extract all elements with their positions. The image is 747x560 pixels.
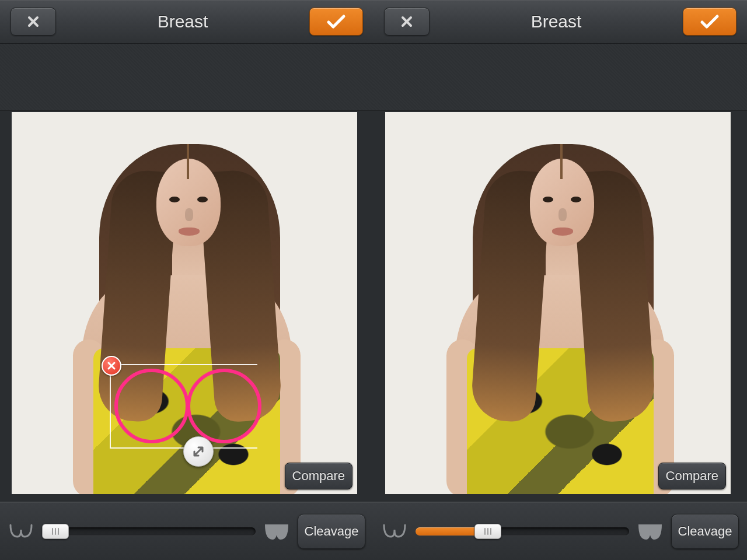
portrait-lips [552, 228, 573, 236]
portrait-nose [185, 208, 193, 221]
canvas-area: Compare [0, 111, 374, 502]
cleavage-button[interactable]: Cleavage [298, 514, 365, 549]
selection-delete-button[interactable] [102, 356, 121, 376]
compare-button[interactable]: Compare [285, 463, 352, 489]
portrait-eye [197, 197, 208, 202]
enhancement-slider[interactable] [416, 525, 629, 538]
image-canvas[interactable]: Compare [12, 112, 357, 494]
resize-diagonal-icon [191, 444, 206, 459]
slider-track [42, 527, 256, 536]
slider-thumb[interactable] [474, 524, 501, 539]
spacer-strip [374, 44, 747, 111]
page-title: Breast [531, 12, 582, 32]
bottom-bar: Cleavage [0, 502, 374, 560]
portrait-lips [179, 228, 200, 236]
confirm-button[interactable] [309, 8, 363, 36]
editor-pane-left: Breast [0, 0, 374, 560]
check-icon [700, 13, 720, 30]
bra-small-icon [8, 522, 34, 541]
selection-circle-right[interactable] [187, 369, 261, 443]
close-icon [107, 361, 116, 370]
selection-circle-left[interactable] [114, 369, 189, 443]
page-title: Breast [158, 12, 208, 32]
slider-thumb[interactable] [42, 524, 69, 539]
portrait-eye [169, 197, 180, 202]
portrait-nose [558, 208, 567, 221]
portrait-eye [571, 197, 581, 202]
check-icon [326, 13, 346, 30]
cleavage-button[interactable]: Cleavage [671, 514, 739, 549]
portrait-hair [560, 144, 563, 179]
top-bar: Breast [374, 0, 747, 44]
canvas-area: Compare [374, 111, 747, 502]
close-icon [26, 15, 40, 29]
cancel-button[interactable] [11, 8, 56, 36]
image-canvas[interactable]: Compare [385, 112, 731, 494]
spacer-strip [0, 44, 374, 111]
cancel-button[interactable] [384, 8, 430, 36]
selection-resize-handle[interactable] [183, 436, 214, 467]
enhancement-slider[interactable] [42, 525, 256, 538]
compare-button[interactable]: Compare [658, 463, 726, 489]
close-icon [400, 15, 414, 29]
portrait-hair [187, 144, 189, 179]
confirm-button[interactable] [683, 8, 736, 36]
bottom-bar: Cleavage [374, 502, 747, 560]
bra-large-icon [637, 522, 663, 541]
top-bar: Breast [0, 0, 374, 44]
editor-pane-right: Breast Compare [374, 0, 747, 560]
portrait-eye [543, 197, 553, 202]
bra-small-icon [382, 522, 407, 541]
bra-large-icon [264, 522, 289, 541]
